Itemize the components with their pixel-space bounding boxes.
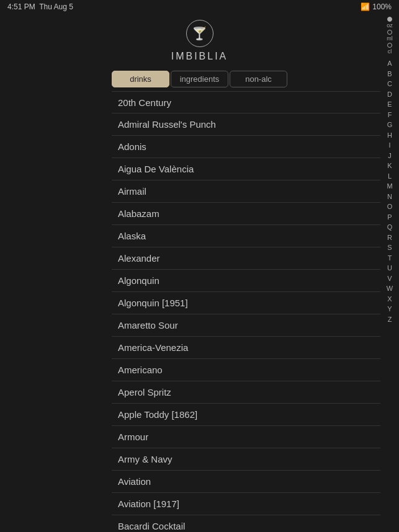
list-item[interactable]: Aperol Spritz [112, 381, 380, 404]
alpha-c[interactable]: C [383, 79, 396, 89]
list-item[interactable]: Adonis [112, 136, 380, 158]
alpha-g[interactable]: G [383, 120, 396, 130]
app-header: 🍸 IMBIBLIA [0, 14, 399, 71]
app-logo: 🍸 [186, 20, 213, 47]
alpha-i[interactable]: I [383, 140, 396, 151]
unit-oz-label: oz [387, 23, 393, 29]
list-item[interactable]: Aviation [1917] [112, 493, 380, 515]
alpha-r[interactable]: R [383, 233, 396, 243]
alpha-letters: ABCDEFGHIJKLMNOPQRSTUVWXYZ [383, 58, 396, 324]
alpha-j[interactable]: J [383, 151, 396, 161]
app-title: IMBIBLIA [171, 51, 228, 62]
alpha-p[interactable]: P [383, 212, 396, 223]
status-right: 📶 100% [361, 2, 392, 11]
main-content: 20th CenturyAdmiral Russel's PunchAdonis… [0, 91, 399, 530]
list-item[interactable]: Armour [112, 426, 380, 448]
alpha-s[interactable]: S [383, 242, 396, 253]
list-item[interactable]: Aigua De València [112, 158, 380, 180]
unit-oz[interactable] [387, 17, 392, 22]
alpha-a[interactable]: A [383, 58, 396, 69]
alpha-o[interactable]: O [383, 202, 396, 212]
unit-ml[interactable] [387, 30, 392, 35]
cocktail-icon: 🍸 [192, 26, 207, 41]
alpha-t[interactable]: T [383, 253, 396, 264]
alpha-h[interactable]: H [383, 130, 396, 141]
list-item[interactable]: Alabazam [112, 203, 380, 225]
list-item[interactable]: Army & Navy [112, 448, 380, 471]
unit-cl-label: cl [388, 49, 392, 55]
alpha-f[interactable]: F [383, 110, 396, 120]
alpha-l[interactable]: L [383, 171, 396, 182]
list-item[interactable]: Admiral Russel's Punch [112, 113, 380, 136]
alpha-q[interactable]: Q [383, 222, 396, 233]
tab-bar: drinks ingredients non-alc [0, 71, 399, 87]
alpha-k[interactable]: K [383, 161, 396, 171]
list-item[interactable]: Algonquin [1951] [112, 292, 380, 314]
unit-ml-label: ml [387, 36, 393, 42]
unit-cl[interactable] [387, 43, 392, 48]
alpha-u[interactable]: U [383, 263, 396, 273]
alpha-e[interactable]: E [383, 99, 396, 110]
list-item[interactable]: Alexander [112, 247, 380, 270]
list-item[interactable]: Airmail [112, 180, 380, 203]
list-item[interactable]: Alaska [112, 225, 380, 247]
alpha-sidebar: oz ml cl ABCDEFGHIJKLMNOPQRSTUVWXYZ [380, 14, 399, 532]
alpha-x[interactable]: X [383, 294, 396, 304]
alpha-w[interactable]: W [383, 283, 396, 294]
list-item[interactable]: Amaretto Sour [112, 314, 380, 337]
tab-non-alc[interactable]: non-alc [230, 71, 287, 87]
battery-label: 100% [372, 2, 392, 11]
status-bar: 4:51 PM Thu Aug 5 📶 100% [0, 0, 399, 14]
alpha-m[interactable]: M [383, 181, 396, 192]
list-item[interactable]: 20th Century [112, 91, 380, 113]
list-item[interactable]: Algonquin [112, 270, 380, 292]
wifi-icon: 📶 [361, 2, 370, 11]
alpha-z[interactable]: Z [383, 314, 396, 325]
alpha-d[interactable]: D [383, 89, 396, 100]
tab-ingredients[interactable]: ingredients [171, 71, 228, 87]
alpha-y[interactable]: Y [383, 304, 396, 314]
tab-drinks[interactable]: drinks [112, 71, 169, 87]
unit-selector: oz ml cl [387, 16, 393, 55]
list-item[interactable]: Aviation [112, 471, 380, 493]
list-item[interactable]: America-Venezia [112, 337, 380, 359]
alpha-v[interactable]: V [383, 273, 396, 284]
alpha-b[interactable]: B [383, 69, 396, 79]
status-time: 4:51 PM Thu Aug 5 [7, 2, 73, 11]
list-item[interactable]: Bacardi Cocktail [112, 515, 380, 530]
alpha-n[interactable]: N [383, 192, 396, 202]
list-item[interactable]: Apple Toddy [1862] [112, 404, 380, 426]
list-item[interactable]: Americano [112, 359, 380, 381]
drink-list[interactable]: 20th CenturyAdmiral Russel's PunchAdonis… [0, 91, 380, 530]
